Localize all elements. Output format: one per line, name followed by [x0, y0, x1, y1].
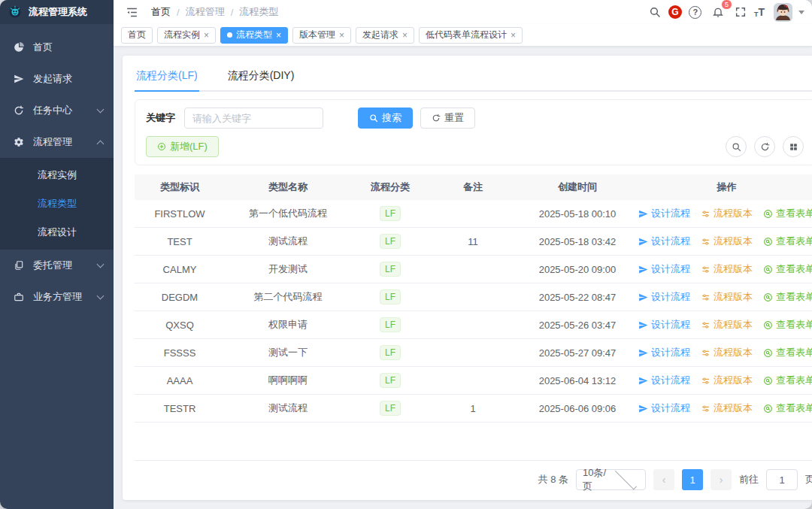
page-size-select[interactable]: 10条/页	[576, 469, 646, 490]
view-form-link[interactable]: 查看表单	[763, 235, 812, 248]
submenu-item-label: 流程设计	[38, 226, 77, 239]
sliders-icon	[701, 265, 710, 274]
app-window: 流程管理系统 首页 发起请求 任务中心 流程管理	[0, 0, 812, 509]
view-form-link[interactable]: 查看表单	[763, 374, 812, 387]
col-header-remark: 备注	[429, 180, 517, 194]
sidebar-subitem-process-instance[interactable]: 流程实例	[0, 161, 114, 189]
view-form-link[interactable]: 查看表单	[763, 318, 812, 332]
keyword-input[interactable]	[184, 108, 323, 129]
sidebar-item-process-management[interactable]: 流程管理	[0, 126, 114, 158]
close-icon[interactable]: ×	[402, 31, 408, 40]
next-page-button[interactable]: ›	[710, 469, 732, 490]
cell-created: 2025-05-26 03:47	[517, 320, 638, 331]
page-unit-label: 页	[805, 473, 812, 486]
design-process-link[interactable]: 设计流程	[638, 374, 690, 387]
view-form-link[interactable]: 查看表单	[763, 401, 812, 415]
process-version-link[interactable]: 流程版本	[701, 346, 753, 359]
cell-type-name: 啊啊啊啊	[225, 374, 351, 387]
sidebar-subitem-process-design[interactable]: 流程设计	[0, 218, 114, 247]
design-process-link[interactable]: 设计流程	[638, 401, 690, 415]
table-row: TESTR 测试流程 LF 1 2025-06-06 09:06 设计流程 流程…	[135, 395, 812, 423]
tag-home[interactable]: 首页	[121, 27, 153, 44]
add-lf-button[interactable]: 新增(LF)	[146, 136, 219, 157]
avatar-caret-icon[interactable]	[798, 11, 804, 14]
sidebar-item-business-party-management[interactable]: 业务方管理	[0, 281, 114, 313]
column-settings-grid-icon[interactable]	[783, 136, 804, 157]
table-row: FSSSS 测试一下 LF 2025-05-27 09:47 设计流程 流程版本…	[135, 339, 812, 367]
view-form-link[interactable]: 查看表单	[763, 290, 812, 304]
process-version-link[interactable]: 流程版本	[701, 318, 753, 332]
design-process-link[interactable]: 设计流程	[638, 207, 690, 220]
gear-icon	[14, 137, 24, 147]
search-panel: 关键字 搜索 重置 新增(	[135, 99, 812, 165]
design-process-link[interactable]: 设计流程	[638, 235, 690, 248]
sidebar-collapse-icon[interactable]	[123, 3, 141, 21]
view-form-link[interactable]: 查看表单	[763, 346, 812, 359]
tag-process-instance[interactable]: 流程实例×	[157, 27, 216, 44]
process-version-link[interactable]: 流程版本	[701, 290, 753, 304]
cell-type-id: QXSQ	[135, 320, 225, 331]
process-version-link[interactable]: 流程版本	[701, 401, 753, 415]
search-icon	[369, 114, 378, 123]
table-refresh-icon[interactable]	[754, 136, 775, 157]
close-icon[interactable]: ×	[511, 31, 516, 40]
cell-type-name: 测试流程	[225, 235, 351, 248]
design-process-link[interactable]: 设计流程	[638, 318, 690, 332]
font-size-icon[interactable]: TT	[754, 6, 765, 18]
process-version-link[interactable]: 流程版本	[701, 262, 753, 276]
close-icon[interactable]: ×	[339, 31, 344, 40]
current-page-button[interactable]: 1	[682, 469, 703, 490]
view-form-link[interactable]: 查看表单	[763, 262, 812, 276]
tag-version-management[interactable]: 版本管理×	[292, 27, 351, 44]
tag-initiate-request[interactable]: 发起请求×	[356, 27, 414, 44]
tag-lowcode-form-design[interactable]: 低代码表单流程设计×	[419, 27, 523, 44]
design-process-link[interactable]: 设计流程	[638, 290, 690, 304]
sidebar-subitem-process-type[interactable]: 流程类型	[0, 189, 114, 218]
submenu-item-label: 流程类型	[38, 197, 77, 211]
design-process-link[interactable]: 设计流程	[638, 346, 690, 359]
help-icon[interactable]: ?	[686, 3, 704, 21]
close-icon[interactable]: ×	[204, 31, 209, 40]
table-search-toggle-icon[interactable]	[726, 136, 747, 157]
view-form-icon	[763, 404, 773, 414]
app-logo-icon	[8, 5, 23, 20]
goto-page-input[interactable]	[766, 469, 798, 490]
process-version-link[interactable]: 流程版本	[701, 235, 753, 248]
plus-circle-icon	[157, 142, 166, 151]
cell-created: 2025-05-18 00:10	[517, 208, 638, 220]
search-button[interactable]: 搜索	[358, 108, 413, 129]
send-icon	[638, 404, 648, 414]
send-icon	[638, 320, 648, 330]
cell-actions: 设计流程 流程版本 查看表单	[638, 346, 812, 359]
process-type-card: 流程分类(LF) 流程分类(DIY) 关键字 搜索 重置	[123, 56, 812, 500]
process-version-link[interactable]: 流程版本	[701, 374, 753, 387]
notifications-bell-icon[interactable]: 5	[709, 3, 727, 21]
cell-type-id: FIRSTLOW	[135, 208, 225, 220]
category-tag: LF	[380, 373, 401, 388]
sidebar-item-label: 流程管理	[33, 135, 89, 149]
close-icon[interactable]: ×	[276, 31, 281, 40]
tab-category-diy[interactable]: 流程分类(DIY)	[226, 60, 296, 90]
search-icon[interactable]	[646, 3, 664, 21]
tag-process-type[interactable]: 流程类型×	[220, 27, 288, 44]
cell-actions: 设计流程 流程版本 查看表单	[638, 290, 812, 304]
process-version-link[interactable]: 流程版本	[701, 207, 753, 220]
prev-page-button[interactable]: ‹	[653, 469, 674, 490]
sidebar-item-home[interactable]: 首页	[0, 32, 114, 63]
reset-button[interactable]: 重置	[420, 108, 475, 129]
paper-plane-icon	[14, 74, 24, 84]
sidebar-item-delegate-management[interactable]: 委托管理	[0, 250, 114, 281]
sidebar-item-task-center[interactable]: 任务中心	[0, 95, 114, 126]
sidebar-item-initiate-request[interactable]: 发起请求	[0, 63, 114, 95]
cell-created: 2025-05-22 08:47	[517, 292, 638, 303]
fullscreen-icon[interactable]	[732, 3, 750, 21]
design-process-link[interactable]: 设计流程	[638, 262, 690, 276]
process-type-table: 类型标识 类型名称 流程分类 备注 创建时间 操作 FIRSTLOW 第一个低代…	[135, 174, 812, 461]
user-avatar[interactable]	[774, 3, 792, 22]
tags-view-bar: 首页 流程实例× 流程类型× 版本管理× 发起请求× 低代码表单流程设计×	[114, 24, 812, 47]
page-size-value: 10条/页	[583, 466, 608, 493]
view-form-link[interactable]: 查看表单	[763, 207, 812, 220]
gitee-icon[interactable]: G	[668, 5, 682, 19]
breadcrumb-home[interactable]: 首页	[151, 5, 171, 19]
tab-category-lf[interactable]: 流程分类(LF)	[135, 60, 199, 90]
